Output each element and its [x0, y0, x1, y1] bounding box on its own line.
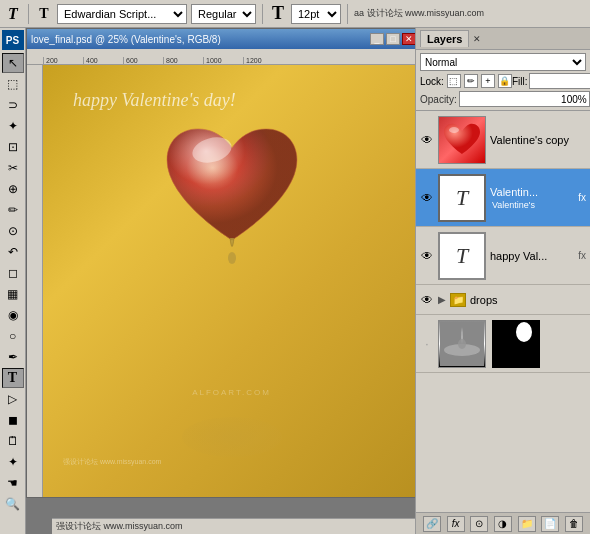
slice-tool[interactable]: ✂	[2, 158, 24, 178]
layer-name: happy Val...	[490, 250, 572, 262]
layer-visibility-toggle[interactable]: 👁	[420, 293, 434, 307]
eraser-tool[interactable]: ◻	[2, 263, 24, 283]
lasso-tool[interactable]: ⊃	[2, 95, 24, 115]
layer-visibility-toggle[interactable]: 👁	[420, 191, 434, 205]
watermark-2: 强设计论坛 www.missyuan.com	[63, 457, 161, 467]
heal-tool[interactable]: ⊕	[2, 179, 24, 199]
aa-label: aa 设计论坛 www.missyuan.com	[354, 7, 484, 20]
minimize-button[interactable]: _	[370, 33, 384, 45]
lock-image-btn[interactable]: ✏	[464, 74, 478, 88]
divider-3	[347, 4, 348, 24]
layer-visibility-toggle[interactable]: ·	[420, 337, 434, 351]
adjustment-button[interactable]: ◑	[494, 516, 512, 532]
ruler-800: 800	[163, 57, 203, 64]
layer-item[interactable]: 👁 T Valentin... Valentine's fx	[416, 169, 590, 227]
mask-button[interactable]: ⊙	[470, 516, 488, 532]
layer-visibility-toggle[interactable]: 👁	[420, 133, 434, 147]
gradient-tool[interactable]: ▦	[2, 284, 24, 304]
status-text: 强设计论坛 www.missyuan.com	[56, 520, 183, 533]
layer-visibility-toggle[interactable]: 👁	[420, 249, 434, 263]
thumb-heart-svg	[440, 118, 484, 162]
thumb-mask-svg	[494, 322, 538, 366]
fx-button[interactable]: fx	[447, 516, 465, 532]
zoom-tool[interactable]: 🔍	[2, 494, 24, 514]
hand-tool[interactable]: ☚	[2, 473, 24, 493]
layer-item[interactable]: 👁 T happy Val... fx	[416, 227, 590, 285]
marquee-tool[interactable]: ⬚	[2, 74, 24, 94]
move-tool[interactable]: ↖	[2, 53, 24, 73]
text-tool-icon[interactable]: T	[4, 5, 22, 23]
dodge-tool[interactable]: ○	[2, 326, 24, 346]
ruler-600: 600	[123, 57, 163, 64]
main-area: PS ↖ ⬚ ⊃ ✦ ⊡ ✂ ⊕ ✏ ⊙ ↶ ◻ ▦ ◉ ○ ✒ T ▷ ◼ 🗒…	[0, 28, 590, 534]
blend-mode-row: Normal	[420, 53, 586, 71]
window-controls: _ □ ✕	[370, 33, 415, 45]
text-size-icon: T	[35, 5, 53, 23]
fill-input[interactable]	[529, 73, 590, 89]
text-layer-t2: T	[456, 243, 468, 269]
link-button[interactable]: 🔗	[423, 516, 441, 532]
path-tool[interactable]: ▷	[2, 389, 24, 409]
layer-thumbnail: T	[438, 174, 486, 222]
layer-info: Valentin... Valentine's	[490, 186, 572, 210]
opacity-row: Opacity:	[420, 91, 586, 107]
brush-tool[interactable]: ✏	[2, 200, 24, 220]
watermark-1: ALFOART.COM	[192, 388, 271, 397]
layer-name: Valentine's copy	[490, 134, 586, 146]
layers-tab-close[interactable]: ✕	[473, 34, 481, 44]
maximize-button[interactable]: □	[386, 33, 400, 45]
font-style-select[interactable]: Regular	[191, 4, 256, 24]
status-bar: 强设计论坛 www.missyuan.com	[52, 518, 415, 534]
delete-layer-button[interactable]: 🗑	[565, 516, 583, 532]
layers-controls: Normal Lock: ⬚ ✏ + 🔒 Fill: Opacity:	[416, 50, 590, 111]
lock-transparency-btn[interactable]: ⬚	[447, 74, 461, 88]
layer-thumbnail: T	[438, 232, 486, 280]
group-button[interactable]: 📁	[518, 516, 536, 532]
layers-tab[interactable]: Layers	[420, 30, 469, 47]
ruler-200: 200	[43, 57, 83, 64]
divider-2	[262, 4, 263, 24]
opacity-label: Opacity:	[420, 94, 457, 105]
layer-item[interactable]: 👁 ▶ 📁 drops	[416, 285, 590, 315]
clone-tool[interactable]: ⊙	[2, 221, 24, 241]
eyedropper-tool[interactable]: ✦	[2, 452, 24, 472]
layer-name: drops	[470, 294, 586, 306]
magic-wand-tool[interactable]: ✦	[2, 116, 24, 136]
ruler-horizontal: 200 400 600 800 1000 1200	[27, 49, 415, 65]
text-layer-t: T	[456, 185, 468, 211]
crop-tool[interactable]: ⊡	[2, 137, 24, 157]
layers-panel: Layers ✕ Normal Lock: ⬚ ✏ + 🔒 Fill:	[415, 28, 590, 534]
layer-item[interactable]: 👁 Valentine's copy	[416, 111, 590, 169]
history-tool[interactable]: ↶	[2, 242, 24, 262]
layer-item[interactable]: ·	[416, 315, 590, 373]
folder-expand-arrow[interactable]: ▶	[438, 294, 446, 305]
new-layer-button[interactable]: 📄	[541, 516, 559, 532]
opacity-input[interactable]	[459, 91, 590, 107]
close-button[interactable]: ✕	[402, 33, 415, 45]
top-toolbar: T T Edwardian Script... Regular T 12pt a…	[0, 0, 590, 28]
layers-bottom-toolbar: 🔗 fx ⊙ ◑ 📁 📄 🗑	[416, 512, 590, 534]
heart-svg-container	[157, 110, 307, 272]
blend-mode-select[interactable]: Normal	[420, 53, 586, 71]
pen-tool[interactable]: ✒	[2, 347, 24, 367]
canvas-content[interactable]: happy Valentine's day!	[43, 65, 415, 497]
ruler-vertical	[27, 65, 43, 497]
lock-position-btn[interactable]: +	[481, 74, 495, 88]
canvas-title: love_final.psd @ 25% (Valentine's, RGB/8…	[31, 34, 221, 45]
type-tool[interactable]: T	[2, 368, 24, 388]
notes-tool[interactable]: 🗒	[2, 431, 24, 451]
heart-svg	[157, 110, 307, 270]
divider-1	[28, 4, 29, 24]
font-name-select[interactable]: Edwardian Script...	[57, 4, 187, 24]
layer-name: Valentin...	[490, 186, 572, 198]
font-transform-icon: T	[269, 5, 287, 23]
blur-tool[interactable]: ◉	[2, 305, 24, 325]
font-size-select[interactable]: 12pt	[291, 4, 341, 24]
layer-fx-icon: fx	[578, 250, 586, 261]
layer-fx-icon: fx	[578, 192, 586, 203]
svg-point-2	[449, 127, 459, 133]
lock-all-btn[interactable]: 🔒	[498, 74, 512, 88]
shape-tool[interactable]: ◼	[2, 410, 24, 430]
layers-tab-bar: Layers ✕	[416, 28, 590, 50]
layer-info: Valentine's copy	[490, 134, 586, 146]
